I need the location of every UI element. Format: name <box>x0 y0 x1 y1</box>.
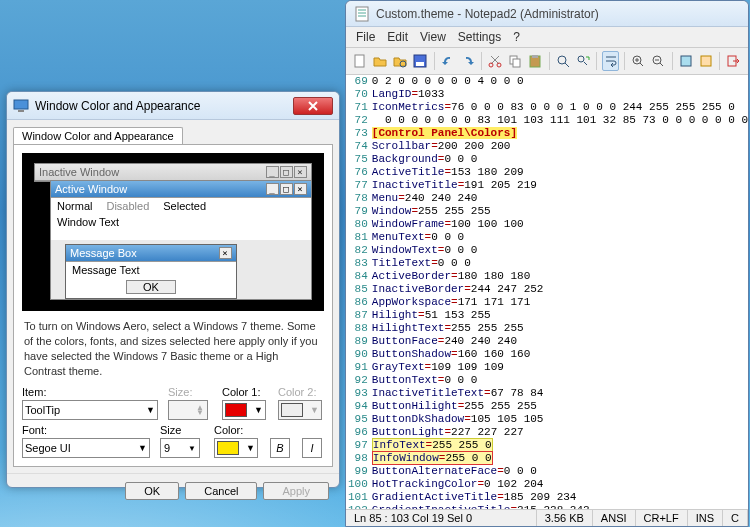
svg-rect-6 <box>416 62 424 66</box>
preview-tab-disabled: Disabled <box>106 200 149 212</box>
preview-area: Inactive Window _□× Active Window _□× No… <box>22 153 324 311</box>
status-position: Ln 85 : 103 Col 19 Sel 0 <box>346 510 537 526</box>
size-spinner: ▲▼ <box>168 400 208 420</box>
notepad2-window: Custom.theme - Notepad2 (Administrator) … <box>345 0 749 527</box>
preview-ok-button[interactable]: OK <box>126 280 176 294</box>
svg-point-13 <box>558 56 566 64</box>
preview-active-title: Active Window <box>55 183 127 195</box>
close-icon <box>308 101 318 111</box>
notepad-title: Custom.theme - Notepad2 (Administrator) <box>376 7 599 21</box>
save-icon[interactable] <box>412 51 429 71</box>
svg-rect-3 <box>355 55 364 67</box>
tab-window-color[interactable]: Window Color and Appearance <box>13 127 183 144</box>
font-select[interactable]: Segoe UI ▼ <box>22 438 150 458</box>
status-extra: C <box>723 510 748 526</box>
chevron-down-icon: ▼ <box>138 443 147 453</box>
svg-rect-18 <box>701 56 711 66</box>
svg-rect-0 <box>14 100 28 109</box>
preview-active-window[interactable]: Active Window _□× Normal Disabled Select… <box>50 180 312 300</box>
fontsize-label: Size <box>160 424 204 436</box>
preview-msgbox-title: Message Box <box>70 247 137 259</box>
wordwrap-icon[interactable] <box>602 51 619 71</box>
menu-settings[interactable]: Settings <box>458 30 501 44</box>
chevron-down-icon: ▼ <box>188 446 196 451</box>
chevron-down-icon: ▼ <box>146 405 155 415</box>
close-icon: × <box>219 247 232 259</box>
new-file-icon[interactable] <box>352 51 369 71</box>
notepad-icon <box>354 6 370 22</box>
undo-icon[interactable] <box>439 51 456 71</box>
preview-inactive-title: Inactive Window <box>39 166 119 178</box>
ok-button[interactable]: OK <box>125 482 179 500</box>
spinner-icon: ▲▼ <box>196 405 204 415</box>
dialog-title: Window Color and Appearance <box>35 99 200 113</box>
dialog-titlebar[interactable]: Window Color and Appearance <box>7 92 339 120</box>
apply-button[interactable]: Apply <box>263 482 329 500</box>
svg-rect-17 <box>681 56 691 66</box>
svg-rect-10 <box>513 59 520 67</box>
zoom-in-icon[interactable] <box>630 51 647 71</box>
find-icon[interactable] <box>555 51 572 71</box>
svg-rect-2 <box>356 7 368 21</box>
tab-panel: Inactive Window _□× Active Window _□× No… <box>13 144 333 467</box>
instructions-text: To turn on Windows Aero, select a Window… <box>24 319 322 378</box>
preview-message-text: Message Text <box>66 262 236 278</box>
customize-icon[interactable] <box>697 51 714 71</box>
italic-button[interactable]: I <box>302 438 322 458</box>
exit-icon[interactable] <box>725 51 742 71</box>
fontcolor-picker[interactable]: ▼ <box>214 438 258 458</box>
color1-label: Color 1: <box>222 386 268 398</box>
color2-picker: ▼ <box>278 400 322 420</box>
preview-window-text: Window Text <box>51 214 311 240</box>
open-icon[interactable] <box>372 51 389 71</box>
fontcolor-label: Color: <box>214 424 260 436</box>
copy-icon[interactable] <box>507 51 524 71</box>
status-bar: Ln 85 : 103 Col 19 Sel 0 3.56 KB ANSI CR… <box>346 509 748 526</box>
window-color-dialog: Window Color and Appearance Window Color… <box>6 91 340 488</box>
item-select[interactable]: ToolTip ▼ <box>22 400 158 420</box>
editor-area[interactable]: 69 70 71 72 73 74 75 76 77 78 79 80 81 8… <box>346 75 748 509</box>
menu-file[interactable]: File <box>356 30 375 44</box>
chevron-down-icon: ▼ <box>246 443 255 453</box>
font-value: Segoe UI <box>25 442 71 454</box>
preview-tab-normal: Normal <box>57 200 92 212</box>
menu-?[interactable]: ? <box>513 30 520 44</box>
chevron-down-icon: ▼ <box>254 405 263 415</box>
menu-view[interactable]: View <box>420 30 446 44</box>
zoom-out-icon[interactable] <box>650 51 667 71</box>
fontcolor-chip <box>217 441 239 455</box>
code-content[interactable]: 0 2 0 0 0 0 0 0 4 0 0 0 LangID=1033 Icon… <box>372 75 748 509</box>
monitor-icon <box>13 98 29 114</box>
svg-rect-1 <box>18 110 24 112</box>
scheme-icon[interactable] <box>677 51 694 71</box>
close-button[interactable] <box>293 97 333 115</box>
window-controls-icon: _□× <box>266 183 307 195</box>
status-eol[interactable]: CR+LF <box>636 510 688 526</box>
replace-icon[interactable] <box>574 51 591 71</box>
toolbar <box>346 48 748 75</box>
redo-icon[interactable] <box>459 51 476 71</box>
cut-icon[interactable] <box>487 51 504 71</box>
line-gutter: 69 70 71 72 73 74 75 76 77 78 79 80 81 8… <box>346 75 372 509</box>
chevron-down-icon: ▼ <box>310 405 319 415</box>
window-controls-icon: _□× <box>266 166 307 178</box>
status-encoding[interactable]: ANSI <box>593 510 636 526</box>
font-label: Font: <box>22 424 150 436</box>
svg-point-14 <box>578 56 584 62</box>
cancel-button[interactable]: Cancel <box>185 482 257 500</box>
menu-edit[interactable]: Edit <box>387 30 408 44</box>
item-label: Item: <box>22 386 158 398</box>
menu-bar: FileEditViewSettings? <box>346 27 748 48</box>
color1-picker[interactable]: ▼ <box>222 400 266 420</box>
fontsize-value: 9 <box>164 442 170 454</box>
fontsize-spinner[interactable]: 9 ▼ <box>160 438 200 458</box>
status-size: 3.56 KB <box>537 510 593 526</box>
notepad-titlebar[interactable]: Custom.theme - Notepad2 (Administrator) <box>346 1 748 27</box>
bold-button[interactable]: B <box>270 438 290 458</box>
status-insert[interactable]: INS <box>688 510 723 526</box>
color2-label: Color 2: <box>278 386 324 398</box>
preview-message-box[interactable]: Message Box × Message Text OK <box>65 244 237 299</box>
paste-icon[interactable] <box>527 51 544 71</box>
explore-icon[interactable] <box>392 51 409 71</box>
svg-rect-12 <box>532 55 538 58</box>
